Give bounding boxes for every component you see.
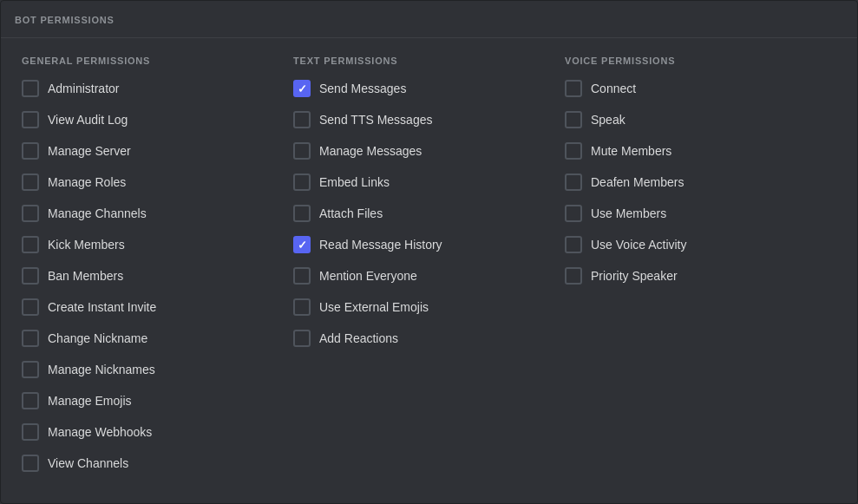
voice-column-header: VOICE PERMISSIONS [565, 56, 819, 66]
checkbox-manage-webhooks[interactable] [22, 423, 39, 441]
checkbox-manage-messages[interactable] [293, 142, 311, 160]
permission-item-read-message-history: Read Message History [293, 236, 547, 253]
label-view-channels: View Channels [48, 456, 128, 470]
voice-items-list: ConnectSpeakMute MembersDeafen MembersUs… [565, 80, 819, 285]
checkbox-read-message-history[interactable] [293, 236, 311, 253]
text-permissions-column: TEXT PERMISSIONS Send MessagesSend TTS M… [293, 56, 565, 486]
checkbox-send-tts-messages[interactable] [293, 111, 311, 128]
checkbox-deafen-members[interactable] [565, 173, 582, 191]
checkbox-attach-files[interactable] [293, 205, 311, 222]
label-mention-everyone: Mention Everyone [319, 269, 417, 283]
checkbox-embed-links[interactable] [293, 173, 311, 191]
general-permissions-column: GENERAL PERMISSIONS AdministratorView Au… [22, 56, 293, 486]
permission-item-manage-nicknames: Manage Nicknames [22, 361, 276, 378]
label-manage-messages: Manage Messages [319, 144, 422, 158]
permission-item-speak: Speak [565, 111, 819, 128]
label-connect: Connect [591, 82, 636, 95]
checkbox-use-voice-activity[interactable] [565, 236, 582, 253]
permission-item-deafen-members: Deafen Members [565, 173, 819, 191]
checkbox-mention-everyone[interactable] [293, 267, 311, 285]
voice-permissions-column: VOICE PERMISSIONS ConnectSpeakMute Membe… [565, 56, 836, 486]
label-attach-files: Attach Files [319, 206, 383, 220]
checkbox-manage-emojis[interactable] [22, 392, 39, 409]
permission-item-view-audit-log: View Audit Log [22, 111, 276, 128]
checkbox-use-external-emojis[interactable] [293, 298, 311, 316]
permission-item-mention-everyone: Mention Everyone [293, 267, 547, 285]
label-ban-members: Ban Members [48, 269, 123, 283]
permission-item-use-external-emojis: Use External Emojis [293, 298, 547, 316]
checkbox-add-reactions[interactable] [293, 330, 311, 347]
permission-item-change-nickname: Change Nickname [22, 330, 276, 347]
label-manage-channels: Manage Channels [48, 206, 147, 220]
permission-item-manage-messages: Manage Messages [293, 142, 547, 160]
label-read-message-history: Read Message History [319, 238, 442, 252]
label-change-nickname: Change Nickname [48, 331, 147, 345]
label-deafen-members: Deafen Members [591, 175, 684, 189]
label-priority-speaker: Priority Speaker [591, 269, 678, 283]
permission-item-manage-roles: Manage Roles [22, 173, 276, 191]
permission-item-view-channels: View Channels [22, 455, 276, 472]
checkbox-send-messages[interactable] [293, 80, 311, 97]
checkbox-view-audit-log[interactable] [22, 111, 39, 128]
label-send-messages: Send Messages [319, 82, 406, 95]
text-items-list: Send MessagesSend TTS MessagesManage Mes… [293, 80, 547, 347]
label-add-reactions: Add Reactions [319, 331, 398, 345]
label-use-voice-activity: Use Voice Activity [591, 238, 687, 252]
checkbox-ban-members[interactable] [22, 267, 39, 285]
checkbox-administrator[interactable] [22, 80, 39, 97]
label-embed-links: Embed Links [319, 175, 390, 189]
checkbox-priority-speaker[interactable] [565, 267, 582, 285]
label-manage-nicknames: Manage Nicknames [48, 363, 155, 376]
checkbox-mute-members[interactable] [565, 142, 582, 160]
label-view-audit-log: View Audit Log [48, 113, 128, 127]
permission-item-manage-webhooks: Manage Webhooks [22, 423, 276, 441]
permission-item-attach-files: Attach Files [293, 205, 547, 222]
label-use-members: Use Members [591, 206, 666, 220]
label-administrator: Administrator [48, 82, 119, 95]
label-send-tts-messages: Send TTS Messages [319, 113, 432, 127]
label-mute-members: Mute Members [591, 144, 671, 158]
text-column-header: TEXT PERMISSIONS [293, 56, 547, 66]
checkbox-connect[interactable] [565, 80, 582, 97]
permission-item-use-members: Use Members [565, 205, 819, 222]
checkbox-manage-nicknames[interactable] [22, 361, 39, 378]
checkbox-use-members[interactable] [565, 205, 582, 222]
checkbox-view-channels[interactable] [22, 455, 39, 472]
permission-item-send-messages: Send Messages [293, 80, 547, 97]
checkbox-manage-roles[interactable] [22, 173, 39, 191]
checkbox-manage-channels[interactable] [22, 205, 39, 222]
panel-title: BOT PERMISSIONS [15, 15, 115, 25]
general-items-list: AdministratorView Audit LogManage Server… [22, 80, 276, 472]
general-column-header: GENERAL PERMISSIONS [22, 56, 276, 66]
panel-header: BOT PERMISSIONS [1, 1, 857, 38]
label-manage-webhooks: Manage Webhooks [48, 425, 152, 439]
label-manage-server: Manage Server [48, 144, 131, 158]
label-create-instant-invite: Create Instant Invite [48, 300, 156, 314]
permission-item-embed-links: Embed Links [293, 173, 547, 191]
permission-item-priority-speaker: Priority Speaker [565, 267, 819, 285]
permission-item-send-tts-messages: Send TTS Messages [293, 111, 547, 128]
label-manage-emojis: Manage Emojis [48, 394, 132, 408]
checkbox-manage-server[interactable] [22, 142, 39, 160]
label-manage-roles: Manage Roles [48, 175, 126, 189]
permission-item-connect: Connect [565, 80, 819, 97]
label-kick-members: Kick Members [48, 238, 125, 252]
permission-item-create-instant-invite: Create Instant Invite [22, 298, 276, 316]
permission-item-administrator: Administrator [22, 80, 276, 97]
permission-item-add-reactions: Add Reactions [293, 330, 547, 347]
label-speak: Speak [591, 113, 625, 127]
label-use-external-emojis: Use External Emojis [319, 300, 429, 314]
checkbox-change-nickname[interactable] [22, 330, 39, 347]
permission-item-ban-members: Ban Members [22, 267, 276, 285]
permission-item-use-voice-activity: Use Voice Activity [565, 236, 819, 253]
checkbox-create-instant-invite[interactable] [22, 298, 39, 316]
checkbox-speak[interactable] [565, 111, 582, 128]
permission-item-manage-server: Manage Server [22, 142, 276, 160]
bot-permissions-panel: BOT PERMISSIONS GENERAL PERMISSIONS Admi… [0, 0, 858, 504]
permission-item-kick-members: Kick Members [22, 236, 276, 253]
permission-item-manage-channels: Manage Channels [22, 205, 276, 222]
permissions-grid: GENERAL PERMISSIONS AdministratorView Au… [1, 38, 857, 503]
permission-item-mute-members: Mute Members [565, 142, 819, 160]
permission-item-manage-emojis: Manage Emojis [22, 392, 276, 409]
checkbox-kick-members[interactable] [22, 236, 39, 253]
